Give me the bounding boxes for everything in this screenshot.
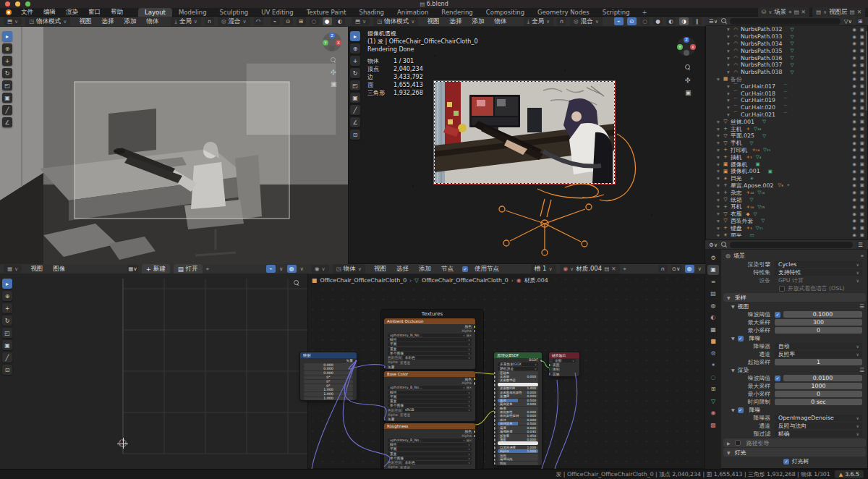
disable-render-icon[interactable]: ▣: [860, 154, 864, 160]
outliner-item[interactable]: ▾ + 打印机 +₁₄ ▽₂₁ ◉▣: [705, 147, 868, 154]
image-name-field[interactable]: upholstery_B_No…: [388, 386, 467, 389]
pan-icon[interactable]: ✣: [685, 77, 691, 84]
workspace-tab[interactable]: Layout: [138, 8, 172, 17]
hide-viewport-icon[interactable]: ◉: [852, 90, 856, 96]
disable-render-icon[interactable]: ▣: [860, 225, 864, 231]
blender-logo-icon[interactable]: [6, 9, 12, 15]
section-sampling[interactable]: ▼采样: [723, 293, 866, 302]
show-gizmo-toggle[interactable]: ⌁: [271, 17, 280, 25]
snap-magnet-icon[interactable]: ∩: [205, 17, 214, 25]
workspace-tab[interactable]: Shading: [352, 8, 391, 17]
image-name-field[interactable]: upholstery_N_No…: [388, 334, 467, 337]
properties-search-input[interactable]: [730, 242, 853, 248]
denoiser-row[interactable]: 降噪器自动: [721, 342, 868, 350]
hide-viewport-icon[interactable]: ◉: [852, 76, 856, 82]
section-path-guiding[interactable]: ▶路径引导: [723, 438, 866, 447]
outliner-item[interactable]: ▾ ▦ 备份 ◉▣: [705, 76, 868, 83]
hide-viewport-icon[interactable]: ◉: [852, 140, 856, 146]
select-box-tool[interactable]: ▸: [350, 31, 360, 41]
shading-wireframe-toggle[interactable]: ◌: [640, 17, 650, 25]
cursor-tool[interactable]: ⊕: [2, 43, 12, 54]
node-editor-menu-item[interactable]: 选择: [391, 265, 414, 272]
colorspace-field[interactable]: 非彩色: [403, 461, 472, 465]
subsection-viewport[interactable]: ▼视图☰: [721, 302, 868, 310]
preview-icon[interactable]: ◍: [685, 265, 694, 273]
viewport-menu-item[interactable]: 添加: [467, 17, 489, 25]
disable-render-icon[interactable]: ▣: [860, 41, 864, 46]
tab-world[interactable]: ◐: [707, 313, 719, 323]
annotate-tool[interactable]: ╱: [2, 105, 12, 115]
move-tool[interactable]: +: [350, 56, 360, 66]
disable-render-icon[interactable]: ▣: [860, 197, 864, 203]
cursor-tool[interactable]: ⊕: [2, 291, 12, 301]
denoiser-row[interactable]: 降噪器OpenImageDenoise: [721, 414, 868, 422]
hide-viewport-icon[interactable]: ◉: [852, 105, 856, 111]
osl-row[interactable]: 开放式着色语言 (OSL): [721, 284, 868, 292]
start-sample-row[interactable]: 起始采样1: [721, 358, 868, 366]
principled-input-row[interactable]: 切向: [494, 461, 542, 465]
transform-tool[interactable]: ▣: [350, 93, 360, 103]
navigation-gizmo[interactable]: Z X Y: [677, 37, 696, 56]
pan-icon[interactable]: ✣: [331, 69, 336, 76]
mapping-node[interactable]: 映射 矢量 0.0000.0000.0000°0°0°1.0001.0001.0…: [300, 352, 357, 400]
navigation-gizmo[interactable]: Z X Y: [323, 33, 341, 51]
mode-dropdown[interactable]: ◳物体模式∨: [373, 17, 418, 27]
show-gizmo-toggle[interactable]: ⌁: [614, 17, 624, 25]
workspace-tab[interactable]: Geometry Nodes: [531, 8, 596, 17]
rotate-tool[interactable]: ↻: [2, 68, 12, 78]
workspace-tab[interactable]: Animation: [391, 8, 435, 17]
viewport-menu-item[interactable]: 视图: [422, 17, 444, 25]
snap-icon[interactable]: ∩: [658, 265, 668, 273]
hide-viewport-icon[interactable]: ◉: [852, 176, 856, 182]
rotate-tool[interactable]: ↻: [2, 315, 12, 326]
measure-tool[interactable]: ∠: [350, 117, 360, 127]
viewport-menu-item[interactable]: 物体: [141, 17, 163, 25]
light-tree-row[interactable]: ✓灯光树: [721, 457, 868, 465]
tab-view-layer[interactable]: ▤: [707, 289, 719, 299]
feature-set-row[interactable]: 特性集支持特性: [721, 268, 868, 276]
filter-funnel-icon[interactable]: ▽∨: [843, 17, 853, 25]
disable-render-icon[interactable]: ▣: [860, 232, 864, 237]
hide-viewport-icon[interactable]: ◉: [852, 232, 856, 237]
outliner-item[interactable]: ▾ + 抽机 +₃ ▽₄ ◉▣: [705, 153, 868, 161]
min-samples-row[interactable]: 最小采样0: [721, 326, 868, 334]
disable-render-icon[interactable]: ▣: [860, 176, 864, 182]
disable-render-icon[interactable]: ▣: [860, 147, 864, 153]
proportional-edit-dropdown[interactable]: ◎混合∨: [218, 17, 250, 27]
max-samples-row[interactable]: 最大采样300: [721, 318, 868, 326]
image-name-field[interactable]: upholstery_R_No…: [388, 438, 467, 442]
menu-item[interactable]: 文件: [16, 8, 38, 15]
outliner-item[interactable]: ▾ + 耳机 +₁₆ ▽₂₅ ◉▣: [705, 203, 868, 211]
proportional-falloff-icon[interactable]: ◠: [254, 17, 263, 25]
viewport-menu-item[interactable]: 物体: [489, 17, 511, 25]
outliner-item[interactable]: ▾ ⌒ Cur.Hair.021 ⌒ ◉▣: [705, 111, 868, 119]
rotate-tool[interactable]: ↻: [350, 68, 360, 78]
tab-physics[interactable]: ◌: [707, 372, 719, 382]
pin-icon[interactable]: ⌖: [861, 253, 864, 260]
workspace-tab[interactable]: UV Editing: [255, 8, 299, 17]
viewport-menu-item[interactable]: 添加: [119, 17, 141, 25]
viewport-menu-item[interactable]: 选择: [96, 17, 119, 25]
outliner-item[interactable]: ▾ ☀ 面光 ▭ ◉▣: [705, 232, 868, 237]
outliner-search-input[interactable]: [730, 18, 841, 25]
tab-object-data[interactable]: ▽: [707, 396, 719, 406]
shading-material-toggle[interactable]: ◐: [666, 17, 676, 25]
hide-viewport-icon[interactable]: ◉: [852, 126, 856, 132]
disable-render-icon[interactable]: ▣: [860, 218, 864, 224]
add-object-tool[interactable]: ⊡: [350, 130, 360, 140]
max-samples-row[interactable]: 最大采样1000: [721, 382, 868, 390]
tab-scene[interactable]: ◍: [707, 300, 719, 310]
new-collection-button[interactable]: ⊞: [856, 17, 865, 25]
outliner-item[interactable]: ▾ ▽ 西装外套 ▽ ◉▣: [705, 218, 868, 225]
gizmo-toggle[interactable]: ⌁: [266, 265, 276, 273]
outliner-item[interactable]: ▾ ◠ NurbsPath.032 ▽ ◉▣: [705, 26, 868, 33]
outliner-item[interactable]: ▾ ⌒ Cur.Hair.019 ⌒ ◉▣: [705, 97, 868, 104]
material-output-node[interactable]: 材质输出 全部 表面 体积 置换: [549, 352, 579, 376]
outliner-item[interactable]: ▾ + 键盘 +₃ ▽₁₁ ◉▣: [705, 224, 868, 232]
image-editor-menu-item[interactable]: 图像: [48, 265, 70, 272]
disable-render-icon[interactable]: ▣: [860, 27, 864, 33]
render-engine-row[interactable]: 渲染引擎Cycles: [721, 260, 868, 268]
proportional-edit-dropdown[interactable]: ◎混合∨: [570, 17, 603, 27]
hide-viewport-icon[interactable]: ◉: [852, 133, 856, 139]
sample-tool[interactable]: ⊡: [2, 365, 12, 375]
